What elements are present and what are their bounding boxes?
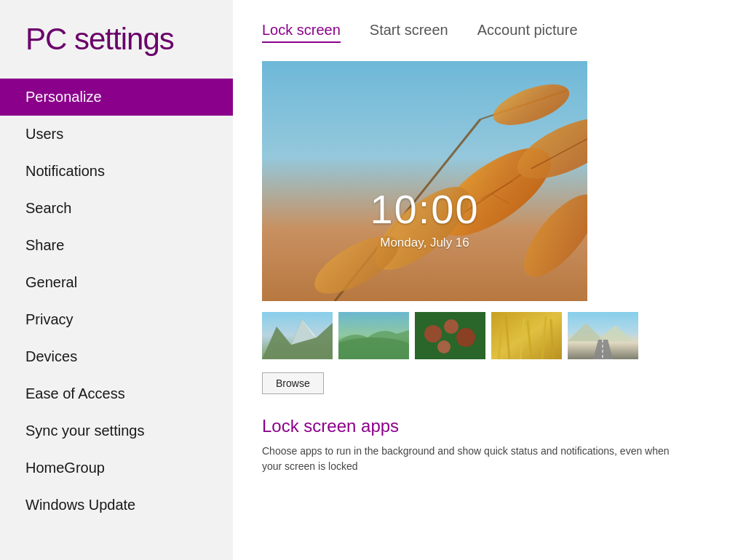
sidebar-item-general[interactable]: General — [0, 264, 233, 301]
sidebar-item-share[interactable]: Share — [0, 227, 233, 264]
tab-lock-screen[interactable]: Lock screen — [262, 22, 341, 43]
sidebar-item-users[interactable]: Users — [0, 116, 233, 153]
svg-rect-24 — [415, 312, 485, 359]
lock-screen-apps-title: Lock screen apps — [262, 416, 717, 436]
sidebar-item-personalize[interactable]: Personalize — [0, 79, 233, 116]
sidebar-item-privacy[interactable]: Privacy — [0, 301, 233, 338]
tab-account-picture[interactable]: Account picture — [477, 22, 578, 43]
thumbnail-flowers[interactable] — [415, 312, 485, 359]
tab-start-screen[interactable]: Start screen — [370, 22, 448, 43]
main-content: Lock screen Start screen Account picture — [233, 0, 746, 560]
sidebar-item-notifications[interactable]: Notifications — [0, 153, 233, 190]
sidebar-item-homegroup[interactable]: HomeGroup — [0, 449, 233, 487]
lock-screen-apps-section: Lock screen apps Choose apps to run in t… — [262, 416, 717, 474]
lock-time: 10:00 — [262, 185, 587, 233]
thumbnail-mountains[interactable] — [262, 312, 333, 359]
thumbnail-valley[interactable] — [338, 312, 409, 359]
lock-time-area: 10:00 Monday, July 16 — [262, 185, 587, 250]
sidebar-item-devices[interactable]: Devices — [0, 338, 233, 375]
thumbnail-road[interactable] — [568, 312, 638, 359]
sidebar: PC settings Personalize Users Notificati… — [0, 0, 233, 560]
sidebar-item-search[interactable]: Search — [0, 190, 233, 227]
app-title: PC settings — [0, 22, 233, 79]
preview-background — [262, 61, 587, 301]
sidebar-item-sync-your-settings[interactable]: Sync your settings — [0, 412, 233, 449]
lock-screen-apps-description: Choose apps to run in the background and… — [262, 444, 684, 474]
thumbnail-grass[interactable] — [491, 312, 562, 359]
lock-date: Monday, July 16 — [262, 236, 587, 250]
browse-button[interactable]: Browse — [262, 372, 324, 394]
tab-bar: Lock screen Start screen Account picture — [262, 22, 717, 43]
sidebar-item-ease-of-access[interactable]: Ease of Access — [0, 375, 233, 412]
sidebar-item-windows-update[interactable]: Windows Update — [0, 487, 233, 524]
lock-screen-preview: 10:00 Monday, July 16 — [262, 61, 587, 301]
thumbnail-row — [262, 312, 717, 359]
